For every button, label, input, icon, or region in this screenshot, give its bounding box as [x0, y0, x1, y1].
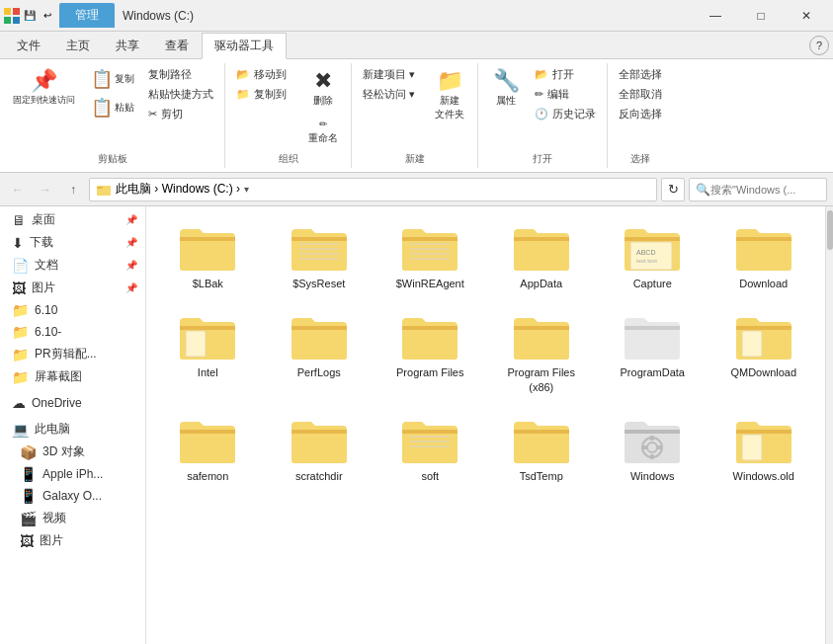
edit-button[interactable]: ✏ 编辑	[530, 85, 601, 104]
scrollbar[interactable]	[825, 206, 833, 644]
sidebar-item-desktop[interactable]: 🖥 桌面 📌	[0, 208, 145, 231]
forward-button[interactable]: →	[34, 178, 57, 201]
folder-winreagent[interactable]: $WinREAgent	[378, 216, 482, 297]
close-button[interactable]: ✕	[784, 0, 829, 32]
tab-share[interactable]: 共享	[103, 33, 152, 58]
folder-scratchdir[interactable]: scratchdir	[268, 409, 372, 490]
scrollbar-thumb[interactable]	[827, 210, 833, 250]
search-input[interactable]	[710, 184, 819, 196]
select-all-button[interactable]: 全部选择	[614, 65, 667, 84]
sidebar-item-galaxy[interactable]: 📱 Galaxy O...	[0, 485, 145, 507]
svg-rect-13	[299, 253, 339, 255]
svg-rect-62	[657, 445, 662, 449]
sidebar-item-pictures2[interactable]: 🖼 图片	[0, 529, 145, 552]
delete-button[interactable]: ✖ 删除	[301, 65, 345, 113]
sidebar-item-pr[interactable]: 📁 PR剪辑配...	[0, 343, 145, 365]
tab-file[interactable]: 文件	[4, 33, 53, 58]
folder-icon: 📁	[12, 302, 29, 318]
tab-home[interactable]: 主页	[53, 33, 103, 58]
paste-shortcut-button[interactable]: 粘贴快捷方式	[143, 85, 218, 104]
folder-intel[interactable]: Intel	[156, 305, 260, 386]
folder-tsdtemp[interactable]: TsdTemp	[490, 409, 594, 490]
sidebar-item-3d[interactable]: 📦 3D 对象	[0, 441, 145, 463]
copy-path-button[interactable]: 复制路径	[143, 65, 218, 84]
sidebar-item-documents[interactable]: 📄 文档 📌	[0, 254, 145, 277]
folder-download[interactable]: Download	[712, 216, 816, 297]
maximize-button[interactable]: □	[738, 0, 784, 32]
rename-button[interactable]: ✏ 重命名	[301, 114, 345, 150]
folder-icon: 📁	[12, 324, 29, 340]
documents-icon: 📄	[12, 258, 29, 274]
svg-rect-32	[186, 331, 206, 357]
history-button[interactable]: 🕐 历史记录	[530, 105, 601, 123]
folder-safemon[interactable]: safemon	[156, 409, 260, 490]
folder-lbak[interactable]: $LBak	[156, 216, 260, 297]
sidebar-item-onedrive[interactable]: ☁ OneDrive	[0, 392, 145, 414]
folder-capture-label: Capture	[633, 277, 672, 290]
folder-intel-icon	[178, 312, 237, 363]
folder-programfilesx86-icon	[512, 312, 571, 363]
back-button[interactable]: ←	[6, 178, 30, 201]
folder-sysreset-icon	[290, 223, 349, 275]
invert-selection-button[interactable]: 反向选择	[614, 105, 667, 123]
sidebar-item-apple[interactable]: 📱 Apple iPh...	[0, 463, 145, 485]
svg-text:ABCD: ABCD	[636, 249, 655, 256]
svg-rect-53	[514, 430, 569, 463]
sidebar-item-thispc[interactable]: 💻 此电脑	[0, 418, 145, 441]
properties-group: 🔧 属性 📂 打开 ✏ 编辑 🕐 历史记录 打开	[478, 63, 608, 168]
folder-programfilesx86[interactable]: Program Files (x86)	[490, 305, 594, 401]
folder-windows[interactable]: Windows	[601, 409, 705, 490]
folder-qmdownload-icon	[734, 312, 793, 363]
folder-programfiles[interactable]: Program Files	[378, 305, 482, 386]
tab-drive-tools[interactable]: 驱动器工具	[202, 33, 287, 59]
up-button[interactable]: ↑	[61, 178, 85, 201]
copy-icon: 📋	[91, 70, 113, 88]
paste-button[interactable]: 📋 粘贴	[84, 94, 141, 121]
tab-view[interactable]: 查看	[152, 33, 202, 58]
folder-programfilesx86-label: Program Files (x86)	[497, 365, 586, 394]
folder-perflogs[interactable]: PerfLogs	[268, 305, 372, 386]
svg-rect-40	[625, 326, 680, 330]
sidebar-item-pictures[interactable]: 🖼 图片 📌	[0, 277, 145, 299]
properties-button[interactable]: 🔧 属性	[484, 65, 528, 113]
folder-windowsold[interactable]: Windows.old	[712, 409, 816, 490]
folder-appdata[interactable]: AppData	[490, 216, 594, 297]
properties-col: 📂 打开 ✏ 编辑 🕐 历史记录	[530, 65, 601, 123]
sidebar-item-downloads[interactable]: ⬇ 下载 📌	[0, 231, 145, 254]
management-tab[interactable]: 管理	[59, 3, 115, 28]
new-folder-button[interactable]: 📁 新建 文件夹	[428, 65, 471, 126]
folder-programdata[interactable]: ProgramData	[601, 305, 705, 386]
sidebar-item-videos[interactable]: 🎬 视频	[0, 507, 145, 529]
folder-winreagent-label: $WinREAgent	[396, 277, 464, 290]
open-button[interactable]: 📂 打开	[530, 65, 601, 84]
copy-to-button[interactable]: 📁 复制到	[231, 85, 292, 104]
sidebar-item-6-10[interactable]: 📁 6.10	[0, 299, 145, 321]
refresh-button[interactable]: ↻	[661, 178, 685, 201]
pin-indicator: 📌	[125, 214, 137, 225]
folder-capture[interactable]: ABCD text text Capture	[601, 216, 705, 297]
easy-access-button[interactable]: 轻松访问 ▾	[358, 85, 420, 104]
folder-qmdownload[interactable]: QMDownload	[712, 305, 816, 386]
svg-rect-38	[514, 326, 569, 330]
address-path[interactable]: 此电脑 › Windows (C:) › ▾	[89, 178, 657, 201]
move-to-button[interactable]: 📂 移动到	[231, 65, 292, 84]
pictures2-icon: 🖼	[20, 533, 34, 549]
downloads-icon: ⬇	[12, 235, 24, 251]
address-dropdown-icon[interactable]: ▾	[244, 184, 249, 195]
select-none-button[interactable]: 全部取消	[614, 85, 667, 104]
folder-sysreset[interactable]: $SysReset	[268, 216, 372, 297]
cut-icon: ✂	[148, 108, 157, 121]
pin-to-quick-access-button[interactable]: 📌 固定到快速访问	[6, 65, 82, 112]
galaxy-icon: 📱	[20, 488, 37, 504]
copy-button[interactable]: 📋 复制	[84, 65, 141, 93]
new-item-button[interactable]: 新建项目 ▾	[358, 65, 420, 84]
cut-button[interactable]: ✂ 剪切	[143, 105, 218, 123]
sidebar-item-6-10-minus[interactable]: 📁 6.10-	[0, 321, 145, 343]
sidebar-item-screenshots[interactable]: 📁 屏幕截图	[0, 365, 145, 388]
minimize-button[interactable]: —	[693, 0, 738, 32]
svg-rect-3	[13, 17, 20, 24]
organize-label: 组织	[279, 152, 298, 166]
folder-soft[interactable]: soft	[378, 409, 482, 490]
help-button[interactable]: ?	[809, 36, 829, 55]
folder-safemon-label: safemon	[187, 469, 228, 483]
